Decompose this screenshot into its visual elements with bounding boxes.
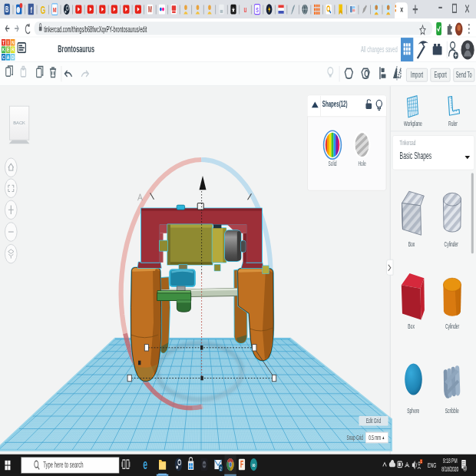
svg-text:1: 1 [421, 459, 422, 464]
svg-text:G: G [40, 3, 45, 16]
svg-text:B: B [5, 5, 8, 14]
svg-text:∞: ∞ [253, 461, 256, 469]
svg-text:R: R [12, 46, 15, 52]
svg-text:K: K [2, 46, 5, 52]
svg-text:9:18 PM: 9:18 PM [443, 457, 458, 465]
svg-text:3: 3 [464, 465, 466, 471]
svg-text:F: F [240, 460, 243, 471]
svg-text:M: M [53, 6, 57, 15]
svg-text:S: S [256, 6, 259, 15]
svg-text:u: u [244, 5, 247, 14]
svg-text:C: C [2, 54, 5, 60]
svg-text:2: 2 [220, 465, 222, 472]
svg-text:BACK: BACK [13, 121, 25, 125]
svg-text:A: A [7, 54, 10, 60]
svg-text:M: M [148, 5, 152, 14]
svg-text:8/18/2020: 8/18/2020 [441, 465, 458, 474]
svg-text:ENG: ENG [428, 461, 436, 469]
svg-text:N: N [12, 39, 15, 45]
svg-text:T: T [2, 39, 5, 45]
svg-text:I: I [8, 39, 9, 45]
svg-text:×: × [400, 5, 403, 15]
svg-text:e: e [143, 456, 147, 472]
svg-text:★: ★ [232, 6, 236, 15]
svg-text:D: D [12, 54, 15, 60]
svg-text:E: E [7, 46, 9, 52]
